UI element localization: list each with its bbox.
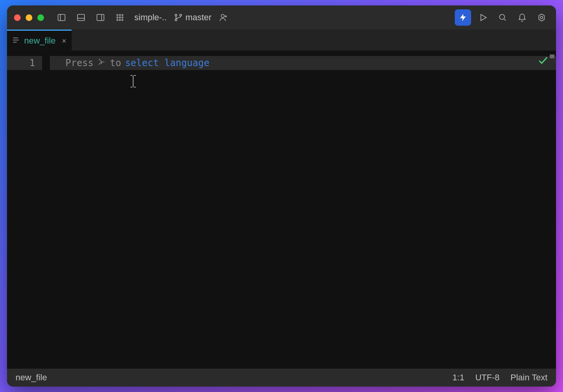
svg-point-18 — [221, 14, 224, 18]
svg-point-16 — [175, 19, 177, 21]
svg-point-15 — [175, 14, 177, 16]
svg-marker-24 — [539, 14, 544, 21]
window-controls — [14, 14, 44, 21]
svg-point-22 — [500, 14, 505, 19]
svg-point-25 — [540, 16, 543, 19]
svg-line-23 — [504, 19, 506, 21]
ai-assistant-button[interactable] — [455, 9, 471, 26]
close-tab-icon[interactable]: × — [62, 37, 67, 45]
svg-point-11 — [122, 17, 123, 18]
svg-point-6 — [117, 14, 118, 16]
svg-point-13 — [119, 19, 120, 21]
git-branch-widget[interactable]: master — [174, 10, 211, 25]
select-language-link[interactable]: select language — [125, 56, 209, 70]
minimize-window-button[interactable] — [26, 14, 32, 21]
search-icon[interactable] — [495, 10, 510, 25]
bottom-panel-toggle-icon[interactable] — [74, 10, 88, 25]
svg-point-8 — [122, 14, 123, 16]
run-icon[interactable] — [476, 10, 491, 25]
status-bar: new_file 1:1 UTF-8 Plain Text — [7, 369, 556, 387]
analysis-ok-icon[interactable] — [537, 54, 549, 68]
status-caret-position[interactable]: 1:1 — [452, 373, 464, 383]
editor-area[interactable]: 1 Press to select language — [7, 51, 556, 369]
svg-point-12 — [117, 19, 118, 21]
svg-rect-0 — [58, 14, 65, 21]
svg-point-17 — [180, 14, 182, 16]
editor-content[interactable]: Press to select language — [50, 51, 556, 369]
minimap-indicator[interactable] — [550, 54, 554, 58]
svg-rect-4 — [97, 14, 104, 21]
ide-window: simple-.. master new_f — [7, 5, 556, 387]
svg-point-10 — [119, 17, 120, 18]
app-menu-icon[interactable] — [113, 10, 127, 25]
branch-name: master — [185, 12, 211, 23]
titlebar: simple-.. master — [7, 5, 556, 30]
status-encoding[interactable]: UTF-8 — [475, 373, 500, 383]
svg-point-14 — [122, 19, 123, 21]
add-user-icon[interactable] — [216, 10, 231, 25]
status-language[interactable]: Plain Text — [510, 373, 547, 383]
right-panel-toggle-icon[interactable] — [93, 10, 108, 25]
hint-mid: to — [110, 56, 121, 70]
tab-bar: new_file × — [7, 30, 556, 51]
text-cursor-icon — [129, 75, 137, 90]
file-icon — [12, 36, 20, 46]
tab-label: new_file — [24, 36, 56, 46]
language-hint: Press to select language — [50, 56, 556, 70]
status-filename[interactable]: new_file — [16, 373, 47, 383]
close-window-button[interactable] — [14, 14, 21, 21]
project-name[interactable]: simple-.. — [134, 12, 167, 23]
left-panel-toggle-icon[interactable] — [54, 10, 69, 25]
svg-marker-21 — [481, 14, 486, 21]
notifications-icon[interactable] — [515, 10, 530, 25]
zoom-window-button[interactable] — [37, 14, 44, 21]
tab-new-file[interactable]: new_file × — [7, 30, 72, 51]
shortcut-icon — [97, 56, 106, 70]
settings-icon[interactable] — [534, 10, 549, 25]
svg-rect-2 — [77, 14, 84, 21]
svg-point-9 — [117, 17, 118, 18]
svg-point-7 — [119, 14, 120, 16]
line-number: 1 — [7, 56, 42, 70]
gutter: 1 — [7, 51, 50, 369]
hint-prefix: Press — [65, 56, 93, 70]
